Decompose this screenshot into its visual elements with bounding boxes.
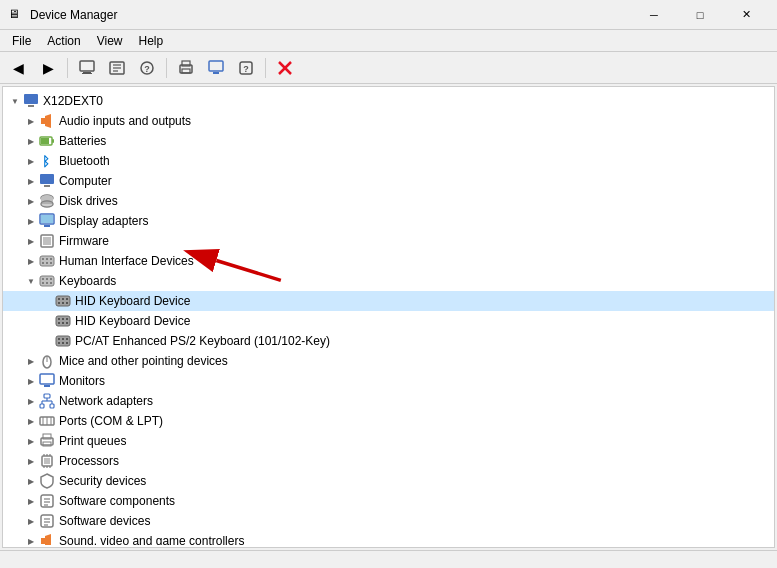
svg-rect-107 <box>41 538 45 544</box>
expand-toggle-printqueues[interactable]: ▶ <box>23 433 39 449</box>
tree-item-securitydevices[interactable]: ▶Security devices <box>3 471 774 491</box>
svg-rect-62 <box>66 318 68 320</box>
expand-toggle-audio[interactable]: ▶ <box>23 113 39 129</box>
expand-toggle-firmware[interactable]: ▶ <box>23 233 39 249</box>
tree-item-monitors[interactable]: ▶Monitors <box>3 371 774 391</box>
svg-point-32 <box>41 201 53 207</box>
expand-toggle-processors[interactable]: ▶ <box>23 453 39 469</box>
expand-toggle-securitydevices[interactable]: ▶ <box>23 473 39 489</box>
expand-toggle-softwaredevices[interactable]: ▶ <box>23 513 39 529</box>
tree-item-processors[interactable]: ▶Processors <box>3 451 774 471</box>
maximize-button[interactable]: □ <box>677 0 723 30</box>
toolbar-unknown-device[interactable]: ? <box>232 55 260 81</box>
tree-item-audio[interactable]: ▶Audio inputs and outputs <box>3 111 774 131</box>
svg-marker-21 <box>45 114 51 128</box>
expand-toggle-batteries[interactable]: ▶ <box>23 133 39 149</box>
tree-item-hid[interactable]: ▶Human Interface Devices <box>3 251 774 271</box>
tree-item-firmware[interactable]: ▶Firmware <box>3 231 774 251</box>
toolbar-print[interactable] <box>172 55 200 81</box>
toolbar-computer[interactable] <box>73 55 101 81</box>
tree-item-bluetooth[interactable]: ▶ᛒBluetooth <box>3 151 774 171</box>
tree-item-hid-keyboard-2[interactable]: HID Keyboard Device <box>3 311 774 331</box>
svg-rect-12 <box>209 61 223 71</box>
tree-item-displayadapters[interactable]: ▶Display adapters <box>3 211 774 231</box>
expand-toggle-displayadapters[interactable]: ▶ <box>23 213 39 229</box>
expand-toggle-keyboards[interactable]: ▼ <box>23 273 39 289</box>
toolbar-properties[interactable] <box>103 55 131 81</box>
expand-toggle-ports[interactable]: ▶ <box>23 413 39 429</box>
svg-rect-59 <box>56 316 70 326</box>
svg-rect-72 <box>66 342 68 344</box>
item-icon-softwarecomponents <box>39 493 55 509</box>
item-label-keyboards: Keyboards <box>59 274 116 288</box>
tree-item-softwarecomponents[interactable]: ▶Software components <box>3 491 774 511</box>
item-label-softwarecomponents: Software components <box>59 494 175 508</box>
item-label-softwaredevices: Software devices <box>59 514 150 528</box>
svg-rect-53 <box>58 298 60 300</box>
svg-marker-108 <box>45 534 51 545</box>
tree-item-printqueues[interactable]: ▶Print queues <box>3 431 774 451</box>
minimize-button[interactable]: ─ <box>631 0 677 30</box>
tree-item-batteries[interactable]: ▶Batteries <box>3 131 774 151</box>
svg-rect-69 <box>66 338 68 340</box>
toolbar-monitor[interactable] <box>202 55 230 81</box>
item-icon-hid-keyboard-1 <box>55 293 71 309</box>
item-label-mice: Mice and other pointing devices <box>59 354 228 368</box>
tree-item-soundvideo[interactable]: ▶Sound, video and game controllers <box>3 531 774 545</box>
tree-item-networkadapters[interactable]: ▶Network adapters <box>3 391 774 411</box>
svg-rect-27 <box>44 185 50 187</box>
svg-rect-79 <box>50 404 54 408</box>
item-label-audio: Audio inputs and outputs <box>59 114 191 128</box>
tree-item-softwaredevices[interactable]: ▶Software devices <box>3 511 774 531</box>
title-bar: 🖥 Device Manager ─ □ ✕ <box>0 0 777 30</box>
expand-toggle-hid[interactable]: ▶ <box>23 253 39 269</box>
close-button[interactable]: ✕ <box>723 0 769 30</box>
svg-rect-66 <box>56 336 70 346</box>
svg-text:?: ? <box>243 64 249 74</box>
toolbar-back[interactable]: ◀ <box>4 55 32 81</box>
expand-toggle-bluetooth[interactable]: ▶ <box>23 153 39 169</box>
toolbar-help[interactable]: ? <box>133 55 161 81</box>
toolbar-remove[interactable] <box>271 55 299 81</box>
toolbar-forward[interactable]: ▶ <box>34 55 62 81</box>
svg-rect-65 <box>66 322 68 324</box>
tree-view[interactable]: ▼X12DEXT0▶Audio inputs and outputs▶Batte… <box>3 87 774 545</box>
tree-item-keyboards[interactable]: ▼Keyboards <box>3 271 774 291</box>
item-label-ps2-keyboard: PC/AT Enhanced PS/2 Keyboard (101/102-Ke… <box>75 334 330 348</box>
expand-toggle-diskdrives[interactable]: ▶ <box>23 193 39 209</box>
expand-toggle-soundvideo[interactable]: ▶ <box>23 533 39 545</box>
svg-rect-56 <box>58 302 60 304</box>
expand-toggle-monitors[interactable]: ▶ <box>23 373 39 389</box>
tree-item-ports[interactable]: ▶Ports (COM & LPT) <box>3 411 774 431</box>
item-icon-securitydevices <box>39 473 55 489</box>
tree-item-diskdrives[interactable]: ▶Disk drives <box>3 191 774 211</box>
item-icon-diskdrives <box>39 193 55 209</box>
toolbar-sep-2 <box>166 58 167 78</box>
menu-help[interactable]: Help <box>131 32 172 50</box>
status-bar <box>0 550 777 568</box>
item-label-diskdrives: Disk drives <box>59 194 118 208</box>
menu-file[interactable]: File <box>4 32 39 50</box>
tree-item-root[interactable]: ▼X12DEXT0 <box>3 91 774 111</box>
tree-item-hid-keyboard-1[interactable]: HID Keyboard Device <box>3 291 774 311</box>
item-label-monitors: Monitors <box>59 374 105 388</box>
item-label-hid-keyboard-2: HID Keyboard Device <box>75 314 190 328</box>
expand-placeholder-hid-keyboard-1 <box>39 293 55 309</box>
expand-toggle-softwarecomponents[interactable]: ▶ <box>23 493 39 509</box>
item-icon-audio <box>39 113 55 129</box>
tree-item-computer[interactable]: ▶Computer <box>3 171 774 191</box>
item-icon-computer <box>39 173 55 189</box>
expand-toggle-root[interactable]: ▼ <box>7 93 23 109</box>
menu-bar: File Action View Help <box>0 30 777 52</box>
svg-rect-2 <box>82 73 92 74</box>
menu-view[interactable]: View <box>89 32 131 50</box>
menu-action[interactable]: Action <box>39 32 88 50</box>
tree-item-mice[interactable]: ▶Mice and other pointing devices <box>3 351 774 371</box>
expand-toggle-computer[interactable]: ▶ <box>23 173 39 189</box>
tree-item-ps2-keyboard[interactable]: PC/AT Enhanced PS/2 Keyboard (101/102-Ke… <box>3 331 774 351</box>
expand-toggle-networkadapters[interactable]: ▶ <box>23 393 39 409</box>
svg-rect-48 <box>50 278 52 280</box>
svg-rect-20 <box>41 118 45 124</box>
svg-rect-71 <box>62 342 64 344</box>
expand-toggle-mice[interactable]: ▶ <box>23 353 39 369</box>
